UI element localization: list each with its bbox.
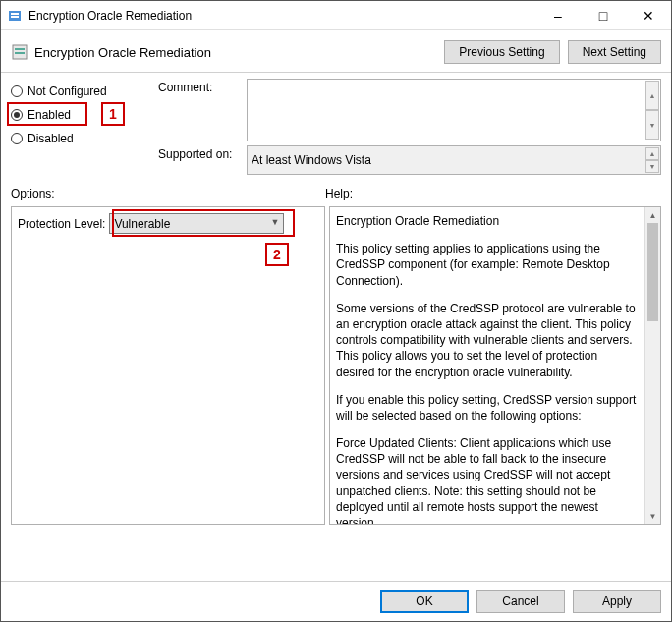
svg-rect-1 — [11, 13, 19, 15]
previous-setting-button[interactable]: Previous Setting — [444, 40, 559, 64]
scroll-down-icon: ▼ — [645, 508, 660, 524]
comment-textarea[interactable]: ▲▼ — [247, 79, 661, 141]
spin-buttons[interactable]: ▲▼ — [645, 81, 659, 140]
app-icon — [7, 8, 23, 24]
chevron-up-icon: ▲ — [645, 147, 659, 160]
radio-label: Not Configured — [28, 85, 107, 98]
cancel-button[interactable]: Cancel — [476, 590, 565, 613]
svg-rect-4 — [15, 48, 25, 50]
radio-disabled[interactable]: Disabled — [11, 128, 148, 149]
spin-buttons[interactable]: ▲▼ — [645, 147, 659, 173]
help-label: Help: — [325, 187, 661, 200]
close-button[interactable]: ✕ — [626, 1, 671, 29]
supported-on-label: Supported on: — [158, 145, 247, 161]
scrollbar[interactable]: ▲ ▼ — [644, 207, 660, 524]
window-title: Encryption Oracle Remediation — [28, 9, 535, 23]
supported-on-value: At least Windows Vista — [252, 153, 371, 167]
help-paragraph: If you enable this policy setting, CredS… — [336, 392, 639, 424]
protection-level-value: Vulnerable — [114, 217, 170, 231]
radio-label: Enabled — [28, 108, 71, 122]
minimize-button[interactable]: – — [535, 1, 581, 29]
help-paragraph: This policy setting applies to applicati… — [336, 241, 639, 289]
radio-icon — [11, 85, 23, 97]
radio-enabled[interactable]: Enabled — [11, 104, 148, 126]
annotation-number-2: 2 — [265, 243, 289, 266]
page-title: Encryption Oracle Remediation — [34, 45, 444, 60]
radio-icon — [11, 133, 23, 144]
maximize-button[interactable]: □ — [581, 1, 626, 29]
radio-label: Disabled — [28, 132, 74, 145]
apply-button[interactable]: Apply — [573, 590, 661, 613]
chevron-down-icon: ▼ — [645, 160, 659, 173]
state-radios: Not Configured Enabled Disabled 1 — [11, 79, 148, 179]
options-panel: Protection Level: Vulnerable ▼ 2 daintyc… — [11, 206, 325, 525]
help-paragraph: Force Updated Clients: Client applicatio… — [336, 435, 639, 524]
help-paragraph: Encryption Oracle Remediation — [336, 213, 639, 229]
protection-level-select[interactable]: Vulnerable ▼ — [109, 213, 284, 234]
protection-level-label: Protection Level: — [18, 217, 105, 231]
dialog-window: Encryption Oracle Remediation – □ ✕ Encr… — [0, 0, 672, 622]
radio-icon — [11, 109, 23, 121]
chevron-down-icon: ▼ — [270, 217, 279, 227]
help-text: Encryption Oracle Remediation This polic… — [330, 207, 644, 524]
ok-button[interactable]: OK — [380, 590, 469, 613]
scroll-up-icon: ▲ — [645, 207, 660, 223]
comment-label: Comment: — [158, 79, 247, 94]
options-label: Options: — [11, 187, 325, 200]
radio-not-configured[interactable]: Not Configured — [11, 81, 148, 102]
dialog-footer: OK Cancel Apply — [1, 581, 671, 621]
titlebar: Encryption Oracle Remediation – □ ✕ — [1, 1, 671, 30]
supported-on-field: At least Windows Vista ▲▼ — [247, 145, 661, 175]
chevron-up-icon: ▲ — [645, 81, 659, 110]
annotation-number-1: 1 — [101, 102, 125, 126]
svg-rect-5 — [15, 52, 25, 54]
help-panel: Encryption Oracle Remediation This polic… — [329, 206, 661, 525]
policy-icon — [11, 43, 28, 61]
chevron-down-icon: ▼ — [645, 110, 659, 140]
svg-rect-2 — [11, 16, 19, 18]
help-paragraph: Some versions of the CredSSP protocol ar… — [336, 301, 639, 380]
scroll-thumb[interactable] — [647, 223, 658, 321]
header: Encryption Oracle Remediation Previous S… — [1, 30, 671, 72]
next-setting-button[interactable]: Next Setting — [568, 40, 661, 64]
